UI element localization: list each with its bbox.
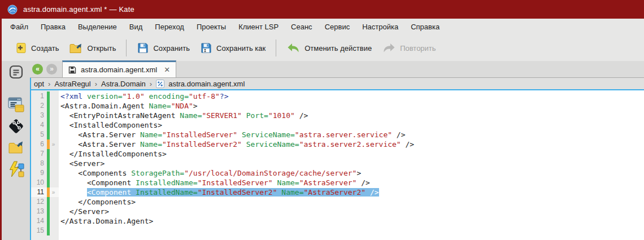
gutter-line-3[interactable]: 3: [31, 111, 59, 120]
undo-button[interactable]: Отменить действие: [281, 39, 377, 57]
gutter-line-5[interactable]: 5: [31, 130, 59, 139]
code-token: "InstalledServer": [162, 130, 237, 139]
gutter-line-14[interactable]: 14: [31, 216, 59, 226]
fold-marker: [50, 226, 57, 235]
code-token: ?>: [220, 92, 229, 101]
gutter-line-9[interactable]: 9: [31, 168, 59, 178]
code-line-4[interactable]: <InstalledComponents>: [60, 120, 644, 130]
gutter-line-7[interactable]: 7: [31, 149, 59, 159]
code-token: </Components>: [60, 198, 136, 206]
left-sidebar: [2, 61, 30, 240]
documents-icon: [8, 64, 24, 80]
save-as-icon: [200, 42, 212, 54]
code-token: encoding=: [149, 92, 189, 101]
editor-pane: « » astra.domain.agent.xml ✕: [30, 61, 644, 240]
code-token: </InstalledComponents>: [60, 150, 167, 158]
editor[interactable]: 123456»7891011»12131415 <?xml version="1…: [31, 89, 644, 240]
view-space: opt › AstraRegul › Astra.Domain › astra.…: [30, 78, 644, 240]
kate-window: astra.domain.agent.xml * — Kate ФайлПрав…: [0, 0, 644, 240]
next-document-button[interactable]: »: [46, 64, 57, 75]
code-line-7[interactable]: </InstalledComponents>: [60, 149, 644, 159]
code-token: ServiceName=: [246, 140, 299, 149]
new-document-icon: [15, 42, 27, 54]
code-token: version=: [87, 92, 123, 101]
code-token: Port=: [246, 111, 268, 120]
documents-tool-button[interactable]: [6, 63, 25, 80]
menu-item-2[interactable]: Правка: [34, 23, 72, 31]
menu-item-7[interactable]: Клиент LSP: [232, 23, 285, 31]
menubar: ФайлПравкаВыделениеВидПереходПроектыКлие…: [2, 19, 644, 35]
code-token: <Astra.Server: [60, 140, 140, 149]
gutter-line-6[interactable]: 6»: [31, 139, 59, 149]
line-number-gutter: 123456»7891011»12131415: [31, 90, 59, 240]
code-line-15[interactable]: [60, 226, 644, 235]
save-as-button[interactable]: Сохранить как: [195, 39, 271, 57]
breadcrumb-segment-opt[interactable]: opt: [34, 80, 44, 88]
menu-item-4[interactable]: Вид: [123, 23, 149, 31]
code-line-2[interactable]: <Astra.Domain.Agent Name="NDA">: [60, 101, 644, 111]
code-line-6[interactable]: <Astra.Server Name="InstalledServer2" Se…: [60, 139, 644, 149]
undo-icon: [286, 42, 301, 54]
menu-item-6[interactable]: Проекты: [190, 23, 232, 31]
main-area: « » astra.domain.agent.xml ✕: [2, 61, 644, 240]
menu-item-11[interactable]: Справка: [404, 23, 446, 31]
close-icon[interactable]: ✕: [164, 66, 170, 74]
code-token: "AstraServer": [299, 178, 357, 187]
git-tool-button[interactable]: [6, 117, 25, 134]
save-as-label: Сохранить как: [216, 44, 266, 53]
code-area[interactable]: <?xml version="1.0" encoding="utf-8"?><A…: [59, 90, 644, 240]
gutter-line-15[interactable]: 15: [31, 226, 59, 235]
code-line-11[interactable]: <Component InstalledName="InstalledServe…: [60, 187, 644, 197]
code-line-5[interactable]: <Astra.Server Name="InstalledServer" Ser…: [60, 130, 644, 139]
code-line-1[interactable]: <?xml version="1.0" encoding="utf-8"?>: [60, 91, 644, 101]
fold-marker: [50, 91, 57, 101]
redo-button[interactable]: Повторить: [377, 39, 441, 57]
prev-document-button[interactable]: «: [32, 64, 43, 75]
redo-label: Повторить: [400, 44, 436, 53]
menu-item-8[interactable]: Сеанс: [285, 23, 319, 31]
titlebar[interactable]: astra.domain.agent.xml * — Kate: [0, 0, 644, 19]
gutter-line-11[interactable]: 11»: [31, 187, 59, 197]
code-line-14[interactable]: </Astra.Domain.Agent>: [60, 216, 644, 226]
code-token: Name=: [140, 140, 162, 149]
code-line-10[interactable]: <Component InstalledName="InstalledServe…: [60, 178, 644, 187]
gutter-line-1[interactable]: 1: [31, 91, 59, 101]
fold-marker: »: [50, 139, 57, 149]
new-document-button[interactable]: Создать: [10, 39, 64, 57]
code-token: "astra.server2.service": [299, 140, 401, 149]
gutter-line-12[interactable]: 12: [31, 197, 59, 207]
breadcrumb-segment-astra-domain[interactable]: Astra.Domain: [101, 80, 146, 88]
code-line-12[interactable]: </Components>: [60, 197, 644, 207]
menu-item-5[interactable]: Переход: [149, 23, 190, 31]
code-token: "AstraServer2": [304, 188, 366, 197]
code-line-3[interactable]: <EntryPointAstraNetAgent Name="SERVER1" …: [60, 111, 644, 120]
toolbar: Создать Открыть Сохранить: [2, 35, 644, 61]
kate-app-icon: [7, 5, 18, 15]
build-automation-tool-button[interactable]: [6, 160, 25, 177]
tab-astra-domain-agent-xml[interactable]: astra.domain.agent.xml ✕: [62, 60, 176, 77]
gutter-line-10[interactable]: 10: [31, 178, 59, 187]
gutter-line-2[interactable]: 2: [31, 101, 59, 111]
code-token: [273, 178, 277, 187]
breadcrumb-segment-astraregul[interactable]: AstraRegul: [54, 80, 90, 88]
menu-item-1[interactable]: Файл: [4, 23, 34, 31]
menu-item-9[interactable]: Сервис: [319, 23, 356, 31]
code-token: [237, 130, 242, 139]
next-glyph: »: [50, 66, 54, 72]
code-token: [242, 111, 246, 120]
gutter-line-13[interactable]: 13: [31, 207, 59, 216]
code-line-8[interactable]: <Server>: [60, 159, 644, 168]
breadcrumb-file[interactable]: astra.domain.agent.xml: [168, 80, 245, 88]
gutter-line-4[interactable]: 4: [31, 120, 59, 130]
menu-item-3[interactable]: Выделение: [72, 23, 123, 31]
code-token: <Component: [60, 178, 136, 187]
projects-tool-button[interactable]: [6, 96, 25, 113]
save-button[interactable]: Сохранить: [132, 39, 195, 57]
filesystem-tool-button[interactable]: [6, 139, 25, 156]
code-line-13[interactable]: </Server>: [60, 207, 644, 216]
menu-item-10[interactable]: Настройка: [356, 23, 404, 31]
gutter-line-8[interactable]: 8: [31, 159, 59, 168]
open-button[interactable]: Открыть: [64, 39, 121, 57]
code-line-9[interactable]: <Components StoragePath="/usr/local/Doma…: [60, 168, 644, 178]
code-token: />: [365, 188, 378, 197]
